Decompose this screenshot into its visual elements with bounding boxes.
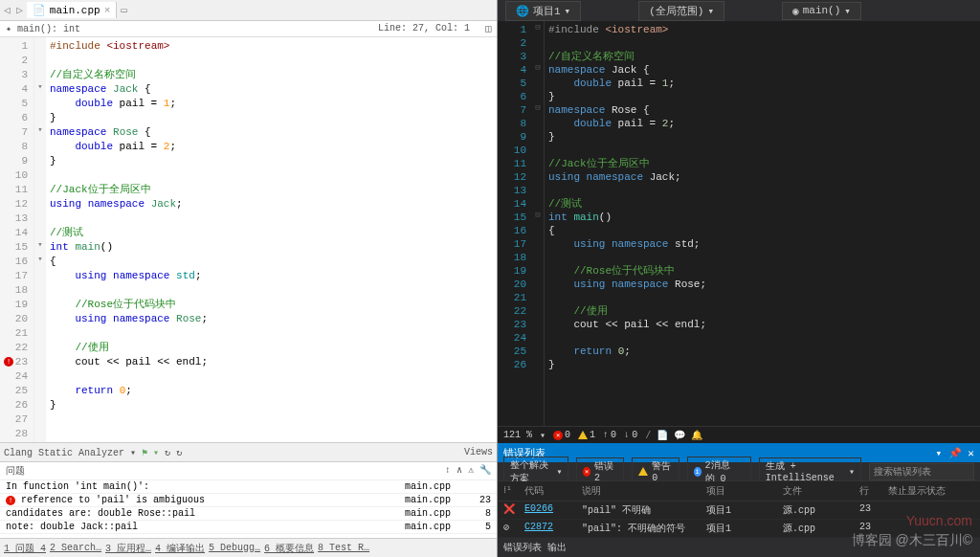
watermark2: 博客园 @木三百川© [852, 532, 972, 549]
nav-arrows[interactable]: ◁ ▷ [0, 4, 27, 16]
problem-row[interactable]: note: double Jack::pailmain.cpp5 [0, 521, 497, 534]
file-tab-label: main.cpp [50, 5, 100, 16]
split-icon[interactable]: ▭ [121, 4, 127, 16]
context-label: main(): int [17, 24, 80, 34]
problem-row[interactable]: ! reference to 'pail' is ambiguousmain.c… [0, 494, 497, 507]
right-statusbar: 121 % ▾ ✕0 1 ↑0 ↓0 / 📄 💬 🔔 [498, 426, 980, 443]
left-tab-bar: ◁ ▷ 📄 main.cpp × ▭ [0, 0, 497, 21]
close-icon[interactable]: × [104, 5, 111, 16]
problem-row[interactable]: In function 'int main()':main.cpp [0, 480, 497, 494]
watermark: Yuucn.com [906, 513, 972, 528]
left-problems-panel: 问题 ↕ ∧ ⚠ 🔧 In function 'int main()':main… [0, 461, 497, 538]
views-label[interactable]: Views [464, 447, 493, 457]
left-editor[interactable]: 1234567891011121314151617181920212223242… [0, 37, 497, 442]
problems-label: 问题 [6, 464, 25, 478]
cursor-pos: Line: 27, Col: 1 [378, 23, 470, 34]
file-tab[interactable]: 📄 main.cpp × [27, 2, 117, 18]
project-selector[interactable]: 🌐 项目1 ▾ [505, 1, 581, 21]
file-icon: 📄 [33, 4, 46, 16]
search-error-list[interactable]: 搜索错误列表 [869, 463, 974, 480]
right-editor[interactable]: 1234567891011121314151617181920212223242… [498, 21, 980, 426]
scope-selector[interactable]: (全局范围) ▾ [638, 1, 724, 21]
zoom-level[interactable]: 121 % [503, 430, 532, 440]
problem-row[interactable]: candidates are: double Rose::pailmain.cp… [0, 507, 497, 521]
left-bottom-tabs[interactable]: 1 问题 4 2 Search… 3 应用程… 4 编译输出 5 Debugg…… [0, 538, 497, 557]
split-col-icon[interactable]: ◫ [485, 23, 491, 34]
analyzer-label: Clang Static Analyzer [4, 448, 124, 458]
problem-filters[interactable]: ↕ ∧ ⚠ 🔧 [445, 464, 491, 478]
function-selector[interactable]: ◉ main() ▾ [782, 2, 861, 20]
